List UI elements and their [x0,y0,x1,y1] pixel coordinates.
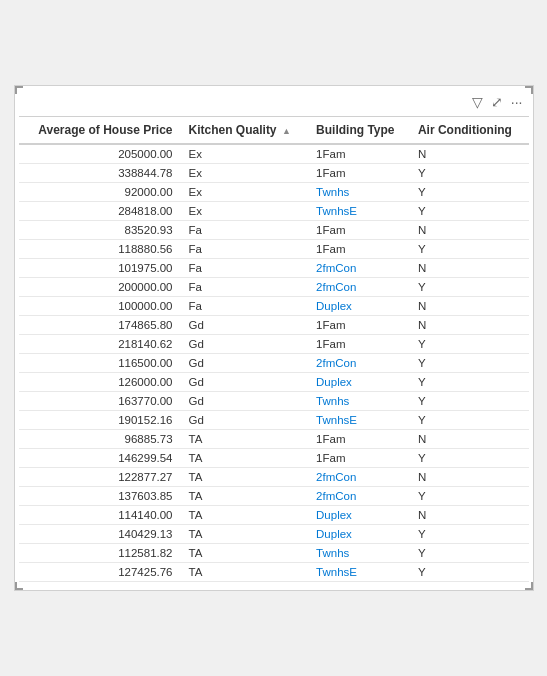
cell-air-conditioning: Y [410,563,529,582]
cell-building-type: Duplex [308,525,410,544]
cell-air-conditioning: Y [410,278,529,297]
table-row: 96885.73TA1FamN [19,430,529,449]
cell-avg-price: 284818.00 [19,202,181,221]
col-header-building-type: Building Type [308,117,410,145]
cell-air-conditioning: Y [410,544,529,563]
cell-air-conditioning: Y [410,202,529,221]
cell-kitchen-quality: TA [181,430,309,449]
cell-air-conditioning: N [410,316,529,335]
cell-avg-price: 83520.93 [19,221,181,240]
cell-avg-price: 146299.54 [19,449,181,468]
cell-avg-price: 205000.00 [19,144,181,164]
cell-air-conditioning: N [410,297,529,316]
more-options-icon[interactable]: ··· [511,94,523,110]
cell-kitchen-quality: Gd [181,373,309,392]
cell-kitchen-quality: Gd [181,354,309,373]
table-row: 146299.54TA1FamY [19,449,529,468]
cell-air-conditioning: N [410,468,529,487]
cell-building-type: Duplex [308,506,410,525]
cell-kitchen-quality: TA [181,525,309,544]
cell-kitchen-quality: TA [181,506,309,525]
filter-icon[interactable]: ▽ [472,94,483,110]
col-header-avg-price: Average of House Price [19,117,181,145]
cell-kitchen-quality: Ex [181,183,309,202]
cell-avg-price: 118880.56 [19,240,181,259]
cell-kitchen-quality: Ex [181,144,309,164]
cell-avg-price: 127425.76 [19,563,181,582]
table-row: 116500.00Gd2fmConY [19,354,529,373]
cell-building-type: TwnhsE [308,563,410,582]
col-header-air-conditioning: Air Conditioning [410,117,529,145]
cell-building-type: Twnhs [308,392,410,411]
cell-air-conditioning: N [410,506,529,525]
cell-building-type: 2fmCon [308,259,410,278]
data-table-panel: ▽ ⤢ ··· Average of House Price Kitchen Q… [14,85,534,591]
cell-kitchen-quality: TA [181,487,309,506]
cell-building-type: 1Fam [308,335,410,354]
cell-air-conditioning: Y [410,392,529,411]
table-row: 126000.00GdDuplexY [19,373,529,392]
data-table: Average of House Price Kitchen Quality ▲… [19,116,529,582]
cell-avg-price: 163770.00 [19,392,181,411]
cell-avg-price: 100000.00 [19,297,181,316]
cell-kitchen-quality: Fa [181,240,309,259]
table-row: 137603.85TA2fmConY [19,487,529,506]
cell-kitchen-quality: Gd [181,392,309,411]
expand-icon[interactable]: ⤢ [491,94,503,110]
table-header-row: Average of House Price Kitchen Quality ▲… [19,117,529,145]
cell-building-type: 1Fam [308,430,410,449]
table-row: 205000.00Ex1FamN [19,144,529,164]
cell-avg-price: 112581.82 [19,544,181,563]
table-row: 163770.00GdTwnhsY [19,392,529,411]
table-row: 122877.27TA2fmConN [19,468,529,487]
cell-kitchen-quality: Fa [181,221,309,240]
cell-avg-price: 114140.00 [19,506,181,525]
cell-building-type: TwnhsE [308,411,410,430]
cell-building-type: 2fmCon [308,354,410,373]
cell-kitchen-quality: Gd [181,335,309,354]
cell-air-conditioning: N [410,144,529,164]
table-row: 284818.00ExTwnhsEY [19,202,529,221]
cell-building-type: Twnhs [308,544,410,563]
table-row: 338844.78Ex1FamY [19,164,529,183]
cell-avg-price: 92000.00 [19,183,181,202]
table-row: 140429.13TADuplexY [19,525,529,544]
cell-building-type: TwnhsE [308,202,410,221]
corner-bracket-tl [15,86,23,94]
cell-building-type: 1Fam [308,316,410,335]
table-row: 127425.76TATwnhsEY [19,563,529,582]
cell-avg-price: 101975.00 [19,259,181,278]
table-row: 101975.00Fa2fmConN [19,259,529,278]
cell-building-type: 1Fam [308,449,410,468]
cell-building-type: 2fmCon [308,278,410,297]
cell-air-conditioning: Y [410,411,529,430]
col-header-kitchen-quality: Kitchen Quality ▲ [181,117,309,145]
cell-kitchen-quality: TA [181,468,309,487]
table-body: 205000.00Ex1FamN338844.78Ex1FamY92000.00… [19,144,529,582]
cell-kitchen-quality: TA [181,544,309,563]
cell-building-type: 1Fam [308,240,410,259]
cell-building-type: Twnhs [308,183,410,202]
table-row: 92000.00ExTwnhsY [19,183,529,202]
cell-kitchen-quality: TA [181,563,309,582]
table-row: 174865.80Gd1FamN [19,316,529,335]
corner-bracket-tr [525,86,533,94]
cell-kitchen-quality: Fa [181,297,309,316]
cell-kitchen-quality: Fa [181,259,309,278]
cell-avg-price: 338844.78 [19,164,181,183]
cell-avg-price: 174865.80 [19,316,181,335]
cell-building-type: 1Fam [308,144,410,164]
table-row: 218140.62Gd1FamY [19,335,529,354]
cell-air-conditioning: Y [410,183,529,202]
cell-air-conditioning: Y [410,373,529,392]
cell-air-conditioning: Y [410,487,529,506]
table-row: 83520.93Fa1FamN [19,221,529,240]
corner-bracket-bl [15,582,23,590]
cell-avg-price: 140429.13 [19,525,181,544]
table-row: 114140.00TADuplexN [19,506,529,525]
cell-avg-price: 200000.00 [19,278,181,297]
cell-building-type: 1Fam [308,164,410,183]
cell-air-conditioning: Y [410,354,529,373]
cell-air-conditioning: Y [410,449,529,468]
cell-building-type: Duplex [308,297,410,316]
